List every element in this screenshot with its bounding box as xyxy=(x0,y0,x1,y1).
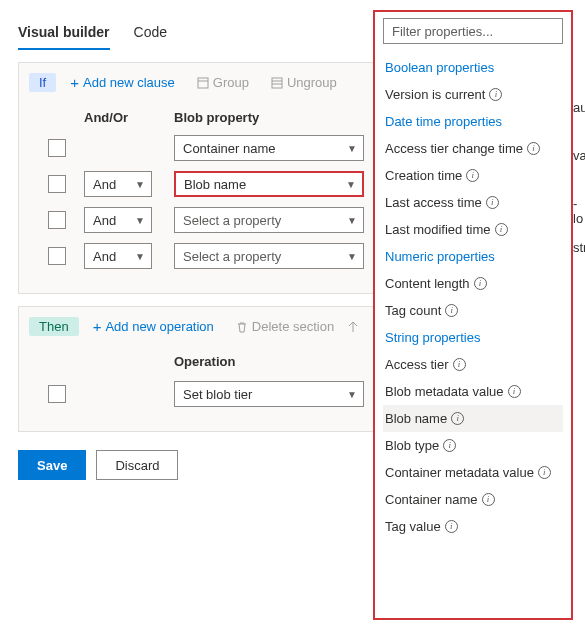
delete-section: Delete section xyxy=(236,319,334,334)
tab-code[interactable]: Code xyxy=(134,24,167,50)
info-icon[interactable]: i xyxy=(445,304,458,317)
property-select[interactable]: Select a property▼ xyxy=(174,207,364,233)
group-label: Group xyxy=(213,75,249,90)
filter-placeholder: Filter properties... xyxy=(392,24,493,39)
svg-rect-0 xyxy=(198,78,208,88)
panel-item[interactable]: Access tier change timei xyxy=(383,135,563,162)
panel-item[interactable]: Blob namei xyxy=(383,405,563,432)
property-select[interactable]: Select a property▼ xyxy=(174,243,364,269)
info-icon[interactable]: i xyxy=(495,223,508,236)
panel-item[interactable]: Version is currenti xyxy=(383,81,563,108)
panel-item[interactable]: Creation timei xyxy=(383,162,563,189)
add-new-clause[interactable]: + Add new clause xyxy=(70,74,175,91)
panel-group-header: Numeric properties xyxy=(383,243,563,270)
panel-item-label: Last access time xyxy=(385,195,482,210)
info-icon[interactable]: i xyxy=(474,277,487,290)
panel-item[interactable]: Blob metadata valuei xyxy=(383,378,563,405)
add-new-operation[interactable]: + Add new operation xyxy=(93,318,214,335)
panel-item[interactable]: Content lengthi xyxy=(383,270,563,297)
clipped-text: au xyxy=(573,100,585,115)
chevron-down-icon: ▼ xyxy=(347,389,357,400)
andor-value: And xyxy=(93,249,116,264)
row-checkbox[interactable] xyxy=(48,139,66,157)
ungroup-button: Ungroup xyxy=(271,75,337,90)
panel-item[interactable]: Last access timei xyxy=(383,189,563,216)
add-clause-label: Add new clause xyxy=(83,75,175,90)
panel-item-label: Access tier change time xyxy=(385,141,523,156)
property-value: Container name xyxy=(183,141,276,156)
panel-item-label: Content length xyxy=(385,276,470,291)
panel-item-label: Creation time xyxy=(385,168,462,183)
row-checkbox[interactable] xyxy=(48,211,66,229)
panel-item[interactable]: Access tieri xyxy=(383,351,563,378)
panel-item-label: Last modified time xyxy=(385,222,491,237)
chevron-down-icon: ▼ xyxy=(135,251,145,262)
info-icon[interactable]: i xyxy=(527,142,540,155)
save-button[interactable]: Save xyxy=(18,450,86,480)
info-icon[interactable]: i xyxy=(453,358,466,371)
panel-item[interactable]: Container metadata valuei xyxy=(383,459,563,486)
move-up xyxy=(348,321,358,333)
row-checkbox[interactable] xyxy=(48,175,66,193)
if-chip: If xyxy=(29,73,56,92)
clipped-text: stri xyxy=(573,240,585,255)
header-andor: And/Or xyxy=(84,110,174,125)
delete-section-label: Delete section xyxy=(252,319,334,334)
chevron-down-icon: ▼ xyxy=(347,251,357,262)
discard-button[interactable]: Discard xyxy=(96,450,178,480)
operation-select[interactable]: Set blob tier ▼ xyxy=(174,381,364,407)
chevron-down-icon: ▼ xyxy=(346,179,356,190)
property-select[interactable]: Container name▼ xyxy=(174,135,364,161)
andor-value: And xyxy=(93,177,116,192)
row-checkbox[interactable] xyxy=(48,247,66,265)
info-icon[interactable]: i xyxy=(445,520,458,533)
panel-item[interactable]: Container namei xyxy=(383,486,563,513)
andor-select[interactable]: And▼ xyxy=(84,243,152,269)
then-chip: Then xyxy=(29,317,79,336)
panel-item-label: Tag count xyxy=(385,303,441,318)
info-icon[interactable]: i xyxy=(466,169,479,182)
property-value: Blob name xyxy=(184,177,246,192)
operation-value: Set blob tier xyxy=(183,387,252,402)
header-blob-property: Blob property xyxy=(174,110,374,125)
ungroup-icon xyxy=(271,77,283,89)
panel-item-label: Version is current xyxy=(385,87,485,102)
property-dropdown-panel: Filter properties... Boolean propertiesV… xyxy=(373,10,573,620)
op-row-checkbox[interactable] xyxy=(48,385,66,403)
chevron-down-icon: ▼ xyxy=(135,215,145,226)
panel-item[interactable]: Tag valuei xyxy=(383,513,563,540)
andor-select[interactable]: And▼ xyxy=(84,207,152,233)
info-icon[interactable]: i xyxy=(508,385,521,398)
panel-item[interactable]: Last modified timei xyxy=(383,216,563,243)
filter-properties-input[interactable]: Filter properties... xyxy=(383,18,563,44)
info-icon[interactable]: i xyxy=(443,439,456,452)
info-icon[interactable]: i xyxy=(486,196,499,209)
panel-item-label: Blob type xyxy=(385,438,439,453)
property-select[interactable]: Blob name▼ xyxy=(174,171,364,197)
panel-item-label: Container metadata value xyxy=(385,465,534,480)
andor-value: And xyxy=(93,213,116,228)
chevron-down-icon: ▼ xyxy=(135,179,145,190)
ungroup-label: Ungroup xyxy=(287,75,337,90)
group-icon xyxy=(197,77,209,89)
info-icon[interactable]: i xyxy=(489,88,502,101)
trash-icon xyxy=(236,321,248,333)
property-value: Select a property xyxy=(183,249,281,264)
info-icon[interactable]: i xyxy=(482,493,495,506)
panel-item-label: Access tier xyxy=(385,357,449,372)
chevron-down-icon: ▼ xyxy=(347,215,357,226)
andor-select[interactable]: And▼ xyxy=(84,171,152,197)
plus-icon: + xyxy=(93,318,102,335)
panel-item-label: Blob metadata value xyxy=(385,384,504,399)
arrow-up-icon xyxy=(348,321,358,333)
clipped-text: va xyxy=(573,148,585,163)
info-icon[interactable]: i xyxy=(451,412,464,425)
panel-item[interactable]: Blob typei xyxy=(383,432,563,459)
plus-icon: + xyxy=(70,74,79,91)
tab-visual-builder[interactable]: Visual builder xyxy=(18,24,110,50)
panel-item[interactable]: Tag counti xyxy=(383,297,563,324)
property-value: Select a property xyxy=(183,213,281,228)
panel-item-label: Tag value xyxy=(385,519,441,534)
info-icon[interactable]: i xyxy=(538,466,551,479)
panel-group-header: Boolean properties xyxy=(383,54,563,81)
